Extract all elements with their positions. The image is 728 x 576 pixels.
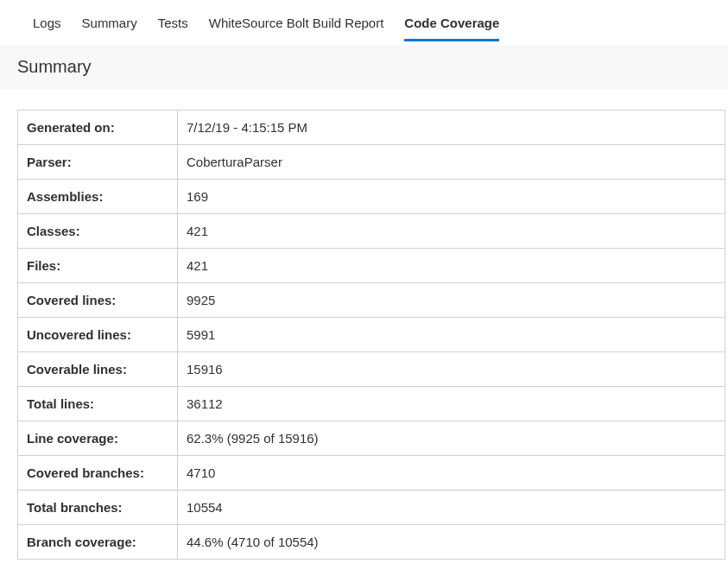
row-value: 62.3% (9925 of 15916) [178,421,725,456]
tab-whitesource-report[interactable]: WhiteSource Bolt Build Report [209,16,384,41]
tab-tests[interactable]: Tests [158,16,188,41]
row-value: 9925 [178,283,725,318]
row-label: Covered lines: [18,283,178,318]
table-row: Covered branches: 4710 [18,456,725,491]
row-label: Line coverage: [18,421,178,456]
row-label: Classes: [18,214,178,249]
row-value: 36112 [178,387,725,421]
table-row: Line coverage: 62.3% (9925 of 15916) [18,421,725,456]
table-row: Files: 421 [18,249,725,283]
row-value: 7/12/19 - 4:15:15 PM [178,111,725,145]
row-value: 421 [178,214,725,249]
table-row: Generated on: 7/12/19 - 4:15:15 PM [18,111,725,145]
table-row: Parser: CoberturaParser [18,145,725,180]
table-row: Assemblies: 169 [18,180,725,214]
row-label: Total branches: [18,491,178,525]
row-value: 4710 [178,456,725,491]
row-value: 421 [178,249,725,283]
table-row: Total lines: 36112 [18,387,725,421]
tab-summary[interactable]: Summary [82,16,137,41]
table-row: Total branches: 10554 [18,491,725,525]
tab-logs[interactable]: Logs [33,16,61,41]
row-label: Coverable lines: [18,352,178,387]
table-row: Branch coverage: 44.6% (4710 of 10554) [18,525,725,560]
row-label: Files: [18,249,178,283]
row-label: Generated on: [18,111,178,145]
row-value: 5991 [178,318,725,352]
table-row: Uncovered lines: 5991 [18,318,725,352]
tab-bar: Logs Summary Tests WhiteSource Bolt Buil… [0,0,728,41]
row-value: 44.6% (4710 of 10554) [178,525,725,560]
coverage-summary-table-wrap: Generated on: 7/12/19 - 4:15:15 PM Parse… [0,89,728,560]
table-row: Classes: 421 [18,214,725,249]
row-label: Branch coverage: [18,525,178,560]
row-value: 15916 [178,352,725,387]
row-label: Covered branches: [18,456,178,491]
row-label: Parser: [18,145,178,180]
row-label: Total lines: [18,387,178,421]
row-value: 169 [178,180,725,214]
section-heading: Summary [0,45,728,89]
row-value: 10554 [178,491,725,525]
row-value: CoberturaParser [178,145,725,180]
table-row: Coverable lines: 15916 [18,352,725,387]
tab-code-coverage[interactable]: Code Coverage [404,16,499,41]
row-label: Assemblies: [18,180,178,214]
table-row: Covered lines: 9925 [18,283,725,318]
coverage-summary-table: Generated on: 7/12/19 - 4:15:15 PM Parse… [17,110,725,560]
row-label: Uncovered lines: [18,318,178,352]
